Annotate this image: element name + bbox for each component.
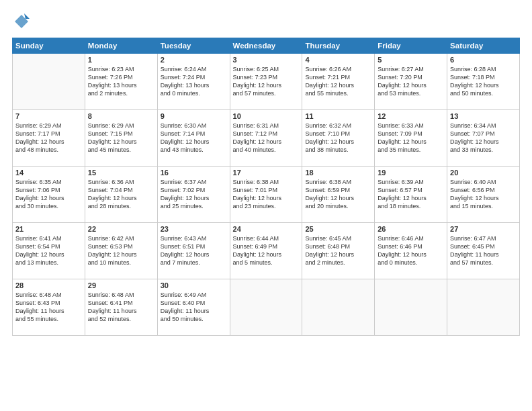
table-row [13, 54, 85, 110]
day-content: Sunrise: 6:48 AM Sunset: 6:41 PM Dayligh… [88, 291, 154, 324]
day-content: Sunrise: 6:26 AM Sunset: 7:21 PM Dayligh… [305, 65, 371, 98]
day-content: Sunrise: 6:43 AM Sunset: 6:51 PM Dayligh… [161, 234, 227, 267]
day-content: Sunrise: 6:36 AM Sunset: 7:04 PM Dayligh… [88, 178, 154, 211]
day-number: 15 [88, 169, 154, 177]
day-content: Sunrise: 6:45 AM Sunset: 6:48 PM Dayligh… [305, 234, 371, 267]
day-content: Sunrise: 6:38 AM Sunset: 7:01 PM Dayligh… [233, 178, 300, 211]
table-row: 30Sunrise: 6:49 AM Sunset: 6:40 PM Dayli… [157, 279, 230, 336]
table-row: 22Sunrise: 6:42 AM Sunset: 6:53 PM Dayli… [85, 223, 157, 279]
table-row: 1Sunrise: 6:23 AM Sunset: 7:26 PM Daylig… [85, 54, 157, 110]
day-content: Sunrise: 6:30 AM Sunset: 7:14 PM Dayligh… [161, 122, 227, 154]
day-number: 23 [161, 225, 227, 233]
table-row [302, 279, 375, 336]
day-number: 11 [305, 112, 371, 120]
day-content: Sunrise: 6:44 AM Sunset: 6:49 PM Dayligh… [233, 234, 300, 267]
day-content: Sunrise: 6:28 AM Sunset: 7:18 PM Dayligh… [450, 65, 517, 98]
day-number: 22 [88, 225, 154, 233]
day-number: 10 [233, 112, 300, 120]
col-monday: Monday [85, 38, 157, 54]
day-number: 12 [378, 112, 444, 120]
table-row: 20Sunrise: 6:40 AM Sunset: 6:56 PM Dayli… [447, 167, 520, 223]
day-number: 14 [15, 169, 82, 177]
day-content: Sunrise: 6:25 AM Sunset: 7:23 PM Dayligh… [233, 65, 300, 98]
calendar-week-row: 28Sunrise: 6:48 AM Sunset: 6:43 PM Dayli… [13, 279, 520, 336]
day-number: 30 [161, 281, 227, 289]
table-row: 29Sunrise: 6:48 AM Sunset: 6:41 PM Dayli… [85, 279, 157, 336]
day-content: Sunrise: 6:48 AM Sunset: 6:43 PM Dayligh… [15, 291, 82, 324]
table-row: 19Sunrise: 6:39 AM Sunset: 6:57 PM Dayli… [375, 167, 447, 223]
day-number: 21 [15, 225, 82, 233]
table-row: 21Sunrise: 6:41 AM Sunset: 6:54 PM Dayli… [13, 223, 85, 279]
day-number: 9 [161, 112, 227, 120]
svg-marker-1 [24, 13, 30, 19]
day-number: 29 [88, 281, 154, 289]
day-content: Sunrise: 6:24 AM Sunset: 7:24 PM Dayligh… [161, 65, 227, 98]
table-row: 8Sunrise: 6:29 AM Sunset: 7:15 PM Daylig… [85, 110, 157, 167]
col-wednesday: Wednesday [230, 38, 302, 54]
calendar-week-row: 14Sunrise: 6:35 AM Sunset: 7:06 PM Dayli… [13, 167, 520, 223]
col-tuesday: Tuesday [157, 38, 230, 54]
header [12, 12, 520, 31]
table-row: 6Sunrise: 6:28 AM Sunset: 7:18 PM Daylig… [447, 54, 520, 110]
table-row: 11Sunrise: 6:32 AM Sunset: 7:10 PM Dayli… [302, 110, 375, 167]
day-number: 13 [450, 112, 517, 120]
day-number: 16 [161, 169, 227, 177]
day-content: Sunrise: 6:27 AM Sunset: 7:20 PM Dayligh… [378, 65, 444, 98]
table-row: 15Sunrise: 6:36 AM Sunset: 7:04 PM Dayli… [85, 167, 157, 223]
col-thursday: Thursday [302, 38, 375, 54]
table-row: 12Sunrise: 6:33 AM Sunset: 7:09 PM Dayli… [375, 110, 447, 167]
day-number: 1 [88, 56, 154, 64]
day-number: 28 [15, 281, 82, 289]
calendar-header-row: Sunday Monday Tuesday Wednesday Thursday… [13, 38, 520, 54]
day-content: Sunrise: 6:31 AM Sunset: 7:12 PM Dayligh… [233, 122, 300, 154]
day-content: Sunrise: 6:46 AM Sunset: 6:46 PM Dayligh… [378, 234, 444, 267]
day-number: 6 [450, 56, 517, 64]
day-number: 4 [305, 56, 371, 64]
calendar-week-row: 21Sunrise: 6:41 AM Sunset: 6:54 PM Dayli… [13, 223, 520, 279]
day-content: Sunrise: 6:33 AM Sunset: 7:09 PM Dayligh… [378, 122, 444, 154]
day-content: Sunrise: 6:47 AM Sunset: 6:45 PM Dayligh… [450, 234, 517, 267]
table-row: 7Sunrise: 6:29 AM Sunset: 7:17 PM Daylig… [13, 110, 85, 167]
day-content: Sunrise: 6:38 AM Sunset: 6:59 PM Dayligh… [305, 178, 371, 211]
day-number: 18 [305, 169, 371, 177]
table-row [375, 279, 447, 336]
day-content: Sunrise: 6:49 AM Sunset: 6:40 PM Dayligh… [161, 291, 227, 324]
day-number: 8 [88, 112, 154, 120]
day-number: 5 [378, 56, 444, 64]
day-content: Sunrise: 6:41 AM Sunset: 6:54 PM Dayligh… [15, 234, 82, 267]
table-row: 13Sunrise: 6:34 AM Sunset: 7:07 PM Dayli… [447, 110, 520, 167]
table-row: 24Sunrise: 6:44 AM Sunset: 6:49 PM Dayli… [230, 223, 302, 279]
day-content: Sunrise: 6:35 AM Sunset: 7:06 PM Dayligh… [15, 178, 82, 211]
day-content: Sunrise: 6:40 AM Sunset: 6:56 PM Dayligh… [450, 178, 517, 211]
day-number: 19 [378, 169, 444, 177]
table-row: 4Sunrise: 6:26 AM Sunset: 7:21 PM Daylig… [302, 54, 375, 110]
day-number: 25 [305, 225, 371, 233]
table-row: 14Sunrise: 6:35 AM Sunset: 7:06 PM Dayli… [13, 167, 85, 223]
table-row: 9Sunrise: 6:30 AM Sunset: 7:14 PM Daylig… [157, 110, 230, 167]
table-row: 17Sunrise: 6:38 AM Sunset: 7:01 PM Dayli… [230, 167, 302, 223]
table-row: 16Sunrise: 6:37 AM Sunset: 7:02 PM Dayli… [157, 167, 230, 223]
day-number: 27 [450, 225, 517, 233]
day-content: Sunrise: 6:42 AM Sunset: 6:53 PM Dayligh… [88, 234, 154, 267]
calendar: Sunday Monday Tuesday Wednesday Thursday… [12, 38, 520, 336]
table-row: 28Sunrise: 6:48 AM Sunset: 6:43 PM Dayli… [13, 279, 85, 336]
day-number: 17 [233, 169, 300, 177]
table-row: 5Sunrise: 6:27 AM Sunset: 7:20 PM Daylig… [375, 54, 447, 110]
table-row: 26Sunrise: 6:46 AM Sunset: 6:46 PM Dayli… [375, 223, 447, 279]
day-number: 7 [15, 112, 82, 120]
day-content: Sunrise: 6:23 AM Sunset: 7:26 PM Dayligh… [88, 65, 154, 98]
table-row: 3Sunrise: 6:25 AM Sunset: 7:23 PM Daylig… [230, 54, 302, 110]
day-number: 3 [233, 56, 300, 64]
day-content: Sunrise: 6:34 AM Sunset: 7:07 PM Dayligh… [450, 122, 517, 154]
calendar-week-row: 1Sunrise: 6:23 AM Sunset: 7:26 PM Daylig… [13, 54, 520, 110]
day-content: Sunrise: 6:39 AM Sunset: 6:57 PM Dayligh… [378, 178, 444, 211]
day-number: 24 [233, 225, 300, 233]
calendar-week-row: 7Sunrise: 6:29 AM Sunset: 7:17 PM Daylig… [13, 110, 520, 167]
day-content: Sunrise: 6:29 AM Sunset: 7:15 PM Dayligh… [88, 122, 154, 154]
table-row: 27Sunrise: 6:47 AM Sunset: 6:45 PM Dayli… [447, 223, 520, 279]
col-friday: Friday [375, 38, 447, 54]
table-row [447, 279, 520, 336]
col-sunday: Sunday [13, 38, 85, 54]
table-row: 10Sunrise: 6:31 AM Sunset: 7:12 PM Dayli… [230, 110, 302, 167]
logo [12, 12, 34, 31]
